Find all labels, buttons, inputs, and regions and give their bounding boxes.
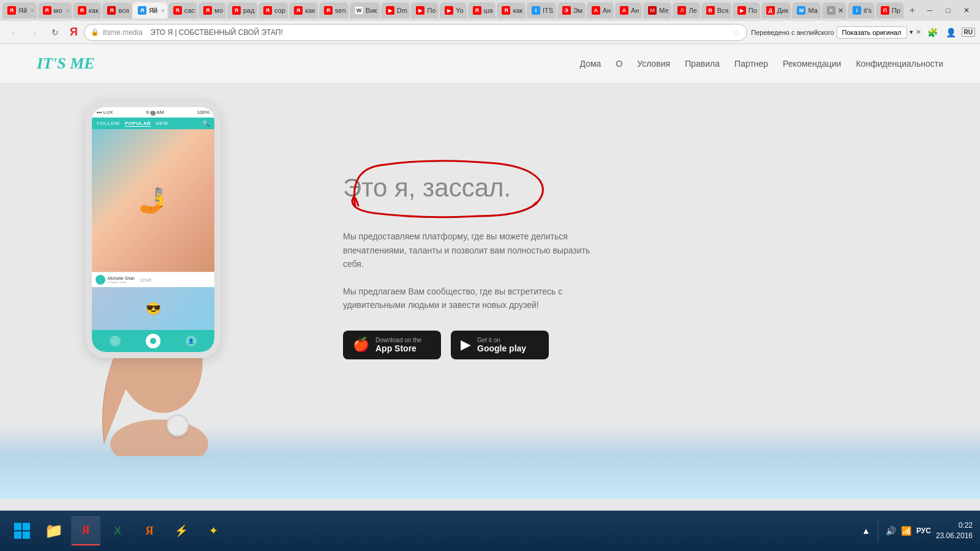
favicon-28: ✕ [827, 6, 835, 15]
favicon-26: Д [766, 6, 775, 15]
tab-23[interactable]: Л Ле [673, 2, 699, 18]
favicon-2: Я [43, 6, 51, 15]
tab-22[interactable]: М Ме [643, 2, 671, 18]
tray-expand-icon[interactable]: ▲ [862, 526, 870, 536]
show-original-button[interactable]: Показать оригинал [837, 26, 907, 39]
start-button[interactable] [7, 516, 37, 545]
phone-app-nav: FOLLOW POPULAR NEW 🔍 [92, 118, 214, 129]
tab-12[interactable]: W Вик [350, 2, 380, 18]
google-play-button[interactable]: ▶ Get it on Google play [451, 331, 549, 359]
phone-main-image: 🤳 [92, 129, 214, 272]
yandex-browser-taskbar-1[interactable]: Я [71, 516, 100, 545]
favicon-29: i [853, 6, 861, 15]
phone-device: ▪▪▪ LUX 9:41 AM 100% FOLLOW POPULAR NEW … [86, 101, 221, 358]
tab-bar: Я Яй × Я мо × Я как Я вся Я Яй × Я сас Я… [0, 0, 980, 21]
google-play-label: Google play [477, 343, 526, 353]
tab-14[interactable]: ▶ По [411, 2, 439, 18]
tab-1[interactable]: Я Яй × [2, 2, 37, 18]
translate-close-button[interactable]: ✕ [916, 28, 921, 36]
nav-terms[interactable]: Условия [637, 59, 670, 69]
bookmark-star[interactable]: ☆ [733, 28, 741, 37]
nav-about[interactable]: О [616, 59, 622, 69]
nav-recommendations[interactable]: Рекомендации [783, 59, 841, 69]
yandex-icon-2: Я [146, 525, 154, 538]
forward-button[interactable]: › [26, 24, 43, 41]
tab-25[interactable]: ▶ По [733, 2, 760, 18]
lightning-icon: ⚡ [175, 524, 188, 538]
tab-30[interactable]: П Пр [876, 2, 903, 18]
tab-16[interactable]: Я ша [468, 2, 496, 18]
tab-9[interactable]: Я сор [258, 2, 288, 18]
file-explorer-button[interactable]: 📁 [39, 516, 69, 545]
close-button[interactable]: ✕ [958, 2, 975, 18]
system-clock[interactable]: 0:22 23.06.2016 [936, 520, 973, 541]
tab-13[interactable]: ▶ Dm [381, 2, 410, 18]
phone-location: # New York [108, 280, 135, 284]
tab-6[interactable]: Я сас [168, 2, 198, 18]
tab-8[interactable]: Я рад [227, 2, 257, 18]
tab-17[interactable]: Я как [497, 2, 526, 18]
phone-profile-icon: 👤 [186, 335, 197, 347]
translate-dropdown[interactable]: ▾ [910, 28, 913, 36]
tab-28[interactable]: ✕ ✕ [822, 2, 846, 18]
maximize-button[interactable]: □ [940, 2, 957, 18]
tab-2[interactable]: Я мо × [38, 2, 72, 18]
tab-19[interactable]: Э Эм [557, 2, 586, 18]
favicon-13: ▶ [386, 6, 394, 15]
tab-11[interactable]: Я sen [319, 2, 349, 18]
tab-7[interactable]: Я мо [198, 2, 226, 18]
phone-user-bar: Michelle Shan # New York 12345 [92, 272, 214, 287]
tab-21[interactable]: А Ан [615, 2, 642, 18]
favicon-23: Л [677, 6, 686, 15]
favicon-16: Я [473, 6, 481, 15]
nav-home[interactable]: Дома [580, 59, 601, 69]
new-tab-button[interactable]: + [905, 2, 920, 18]
taskbar: 📁 Я X Я ⚡ ✦ ▲ 🔊 📶 РУС 0:22 23.06.2016 [0, 511, 980, 551]
profile-icon[interactable]: 👤 [943, 24, 959, 40]
tab-26[interactable]: Д Дик [761, 2, 791, 18]
tab-4[interactable]: Я вся [102, 2, 132, 18]
hero-title: Это я, зассал. [343, 173, 511, 203]
yandex-browser-taskbar-2[interactable]: Я [135, 516, 164, 545]
tab-29[interactable]: i it's [848, 2, 875, 18]
tab-active[interactable]: Я Яй × [133, 2, 167, 18]
clock-date: 23.06.2016 [936, 531, 973, 541]
tab-18[interactable]: I ITS [527, 2, 556, 18]
phone-likes: 12345 [140, 278, 151, 282]
site-header: IT'S ME Дома О Условия Правила Партнер Р… [0, 44, 980, 83]
apple-icon: 🍎 [353, 337, 369, 353]
nav-privacy[interactable]: Конфиденциальности [856, 59, 943, 69]
app-taskbar-1[interactable]: ⚡ [167, 516, 196, 545]
network-icon[interactable]: 📶 [901, 526, 911, 536]
tab-15[interactable]: ▶ Yo [440, 2, 466, 18]
webpage-content: IT'S ME Дома О Условия Правила Партнер Р… [0, 44, 980, 511]
tab-3[interactable]: Я как [73, 2, 102, 18]
nav-partner[interactable]: Партнер [734, 59, 768, 69]
favicon-30: П [881, 6, 889, 15]
app-store-button[interactable]: 🍎 Download on the App Store [343, 331, 441, 359]
excel-taskbar[interactable]: X [103, 516, 132, 545]
minimize-button[interactable]: ─ [921, 2, 938, 18]
address-bar[interactable]: 🔒 itsme.media ЭТО Я | СОБСТВЕННЫЙ СВОЙ Э… [84, 24, 747, 41]
favicon-25: ▶ [737, 6, 746, 15]
translate-section: Переведено с английского Показать оригин… [751, 26, 921, 39]
hero-desc-2: Мы предлагаем Вам сообщество, где вы вст… [343, 285, 600, 312]
svg-rect-9 [14, 531, 21, 539]
svg-rect-7 [14, 523, 21, 530]
page-title-display: ЭТО Я | СОБСТВЕННЫЙ СВОЙ ЭТАП! [146, 28, 283, 37]
app-taskbar-2[interactable]: ✦ [198, 516, 228, 545]
favicon-24: В [706, 6, 715, 15]
refresh-button[interactable]: ↻ [47, 24, 64, 41]
tab-24[interactable]: В Вся [701, 2, 731, 18]
volume-icon[interactable]: 🔊 [886, 526, 896, 536]
favicon-15: ▶ [445, 6, 453, 15]
tab-10[interactable]: Я как [289, 2, 318, 18]
store-buttons: 🍎 Download on the App Store ▶ Get it on … [343, 331, 943, 359]
tab-27[interactable]: М Ма [792, 2, 820, 18]
back-button[interactable]: ‹ [5, 24, 22, 41]
language-indicator[interactable]: РУС [916, 527, 931, 535]
extensions-icon[interactable]: 🧩 [925, 24, 941, 40]
hero-description: Мы предоставляем платформу, где вы может… [343, 230, 600, 312]
tab-20[interactable]: А Ан [587, 2, 614, 18]
nav-rules[interactable]: Правила [685, 59, 720, 69]
